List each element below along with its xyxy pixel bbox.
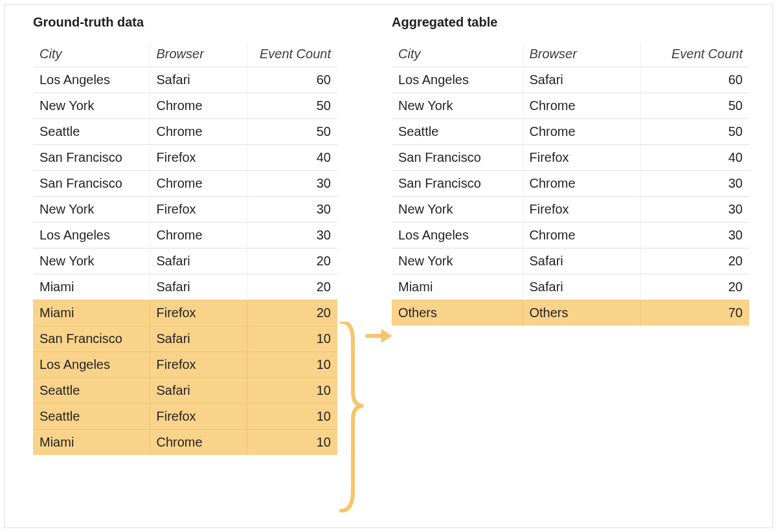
cell-browser: Others <box>523 300 640 326</box>
cell-browser: Firefox <box>150 404 247 430</box>
cell-browser: Safari <box>150 274 247 300</box>
table-row: San FranciscoFirefox40 <box>392 145 749 171</box>
table-row: Los AngelesSafari60 <box>392 67 749 93</box>
table-row: New YorkSafari20 <box>392 249 749 274</box>
cell-count: 30 <box>640 197 749 223</box>
cell-count: 50 <box>640 119 749 145</box>
col-city: City <box>392 43 523 67</box>
cell-city: Seattle <box>33 404 150 430</box>
col-browser: Browser <box>523 43 640 67</box>
cell-city: Miami <box>33 274 150 300</box>
table-row: San FranciscoFirefox40 <box>33 145 337 171</box>
cell-count: 30 <box>247 197 337 223</box>
cell-browser: Firefox <box>523 145 640 171</box>
cell-browser: Firefox <box>150 145 247 171</box>
cell-city: Los Angeles <box>33 352 150 378</box>
ground-truth-panel: Ground-truth data City Browser Event Cou… <box>33 15 337 455</box>
table-row: SeattleSafari10 <box>33 378 337 404</box>
cell-city: San Francisco <box>33 145 150 171</box>
cell-count: 30 <box>247 171 337 197</box>
cell-count: 50 <box>247 93 337 119</box>
table-row: MiamiSafari20 <box>33 274 337 300</box>
cell-browser: Chrome <box>150 223 247 249</box>
table-header-row: City Browser Event Count <box>33 43 337 67</box>
cell-count: 20 <box>247 249 337 274</box>
cell-count: 30 <box>640 171 749 197</box>
col-event-count: Event Count <box>640 43 749 67</box>
cell-browser: Safari <box>523 274 640 300</box>
aggregated-table: City Browser Event Count Los AngelesSafa… <box>392 43 749 326</box>
cell-count: 40 <box>640 145 749 171</box>
cell-browser: Firefox <box>150 197 247 223</box>
table-row: MiamiChrome10 <box>33 430 337 456</box>
cell-browser: Chrome <box>523 119 640 145</box>
cell-browser: Chrome <box>150 430 247 456</box>
table-row: SeattleFirefox10 <box>33 404 337 430</box>
cell-city: Seattle <box>392 119 523 145</box>
cell-browser: Firefox <box>523 197 640 223</box>
cell-browser: Chrome <box>150 171 247 197</box>
cell-city: San Francisco <box>392 145 523 171</box>
cell-count: 50 <box>640 93 749 119</box>
cell-browser: Chrome <box>523 223 640 249</box>
ground-truth-title: Ground-truth data <box>33 15 337 30</box>
cell-city: Los Angeles <box>392 223 523 249</box>
cell-city: Miami <box>33 300 150 326</box>
cell-city: New York <box>392 197 523 223</box>
table-row: Los AngelesChrome30 <box>33 223 337 249</box>
col-city: City <box>33 43 150 67</box>
cell-city: San Francisco <box>33 171 150 197</box>
aggregated-body: Los AngelesSafari60New YorkChrome50Seatt… <box>392 67 749 326</box>
table-row: OthersOthers70 <box>392 300 749 326</box>
col-event-count: Event Count <box>247 43 337 67</box>
table-row: New YorkFirefox30 <box>392 197 749 223</box>
cell-city: New York <box>33 93 150 119</box>
cell-count: 10 <box>247 352 337 378</box>
cell-count: 70 <box>640 300 749 326</box>
cell-city: Los Angeles <box>33 223 150 249</box>
cell-browser: Safari <box>523 67 640 93</box>
cell-browser: Safari <box>150 249 247 274</box>
cell-city: San Francisco <box>33 326 150 352</box>
cell-browser: Firefox <box>150 300 247 326</box>
table-row: New YorkChrome50 <box>33 93 337 119</box>
cell-browser: Chrome <box>523 93 640 119</box>
table-row: San FranciscoChrome30 <box>392 171 749 197</box>
aggregated-title: Aggregated table <box>392 15 749 30</box>
cell-city: Los Angeles <box>33 67 150 93</box>
cell-browser: Chrome <box>150 119 247 145</box>
cell-city: Others <box>392 300 523 326</box>
cell-city: New York <box>33 197 150 223</box>
cell-count: 10 <box>247 404 337 430</box>
aggregated-panel: Aggregated table City Browser Event Coun… <box>392 15 749 326</box>
cell-browser: Safari <box>150 326 247 352</box>
cell-count: 20 <box>640 249 749 274</box>
cell-city: Miami <box>33 430 150 456</box>
table-row: Los AngelesSafari60 <box>33 67 337 93</box>
table-header-row: City Browser Event Count <box>392 43 749 67</box>
cell-city: Seattle <box>33 378 150 404</box>
table-row: Los AngelesChrome30 <box>392 223 749 249</box>
cell-count: 50 <box>247 119 337 145</box>
cell-city: Los Angeles <box>392 67 523 93</box>
table-row: MiamiSafari20 <box>392 274 749 300</box>
ground-truth-body: Los AngelesSafari60New YorkChrome50Seatt… <box>33 67 337 456</box>
cell-city: New York <box>392 93 523 119</box>
brace-arrow-icon <box>337 322 392 516</box>
cell-count: 60 <box>247 67 337 93</box>
svg-marker-1 <box>381 329 392 342</box>
table-row: MiamiFirefox20 <box>33 300 337 326</box>
cell-browser: Chrome <box>523 171 640 197</box>
cell-city: San Francisco <box>392 171 523 197</box>
table-row: San FranciscoChrome30 <box>33 171 337 197</box>
table-row: New YorkSafari20 <box>33 249 337 274</box>
cell-browser: Safari <box>523 249 640 274</box>
cell-city: Miami <box>392 274 523 300</box>
cell-count: 10 <box>247 326 337 352</box>
table-row: New YorkChrome50 <box>392 93 749 119</box>
col-browser: Browser <box>150 43 247 67</box>
table-row: San FranciscoSafari10 <box>33 326 337 352</box>
cell-count: 30 <box>640 223 749 249</box>
cell-browser: Safari <box>150 378 247 404</box>
cell-browser: Safari <box>150 67 247 93</box>
